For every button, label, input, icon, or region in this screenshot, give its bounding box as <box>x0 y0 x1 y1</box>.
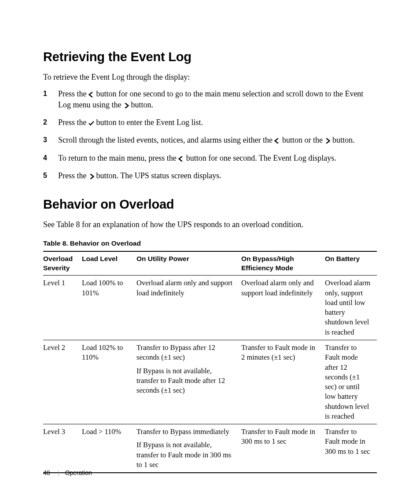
check-chevron-icon <box>88 121 94 126</box>
table-row: Level 3Load > 110%Transfer to Bypass imm… <box>43 424 377 473</box>
th-bypass: On Bypass/High Efficiency Mode <box>241 251 325 276</box>
page: Retrieving the Event Log To retrieve the… <box>0 0 420 504</box>
th-utility: On Utility Power <box>136 251 241 276</box>
step-item: 5Press the button. The UPS status screen… <box>43 170 377 181</box>
table-header-row: Overload Severity Load Level On Utility … <box>43 251 377 276</box>
right-chevron-icon <box>324 138 330 143</box>
footer-chapter: Operation <box>65 469 92 476</box>
cell-paragraph: If Bypass is not available, transfer to … <box>136 366 235 396</box>
section1-intro: To retrieve the Event Log through the di… <box>43 72 377 82</box>
cell-paragraph: Transfer to Bypass immediately <box>136 427 235 437</box>
step-text: Press the button. The UPS status screen … <box>58 170 377 181</box>
step-item: 1Press the button for one second to go t… <box>43 88 377 110</box>
overload-table: Overload Severity Load Level On Utility … <box>43 251 377 474</box>
cell-severity: Level 3 <box>43 424 82 473</box>
th-severity: Overload Severity <box>43 251 82 276</box>
step-number: 3 <box>43 135 58 145</box>
step-text: Press the button to enter the Event Log … <box>58 117 377 128</box>
section2-intro: See Table 8 for an explanation of how th… <box>43 219 377 230</box>
cell-utility: Transfer to Bypass immediatelyIf Bypass … <box>136 424 241 473</box>
cell-severity: Level 1 <box>43 276 82 340</box>
left-chevron-icon <box>274 138 280 143</box>
page-footer: 48 | Operation <box>43 469 92 478</box>
table-row: Level 2Load 102% to 110%Transfer to Bypa… <box>43 340 377 424</box>
page-number: 48 <box>43 469 50 476</box>
table-row: Level 1Load 100% to 101%Overload alarm o… <box>43 276 377 340</box>
cell-paragraph: If Bypass is not available, transfer to … <box>136 440 235 470</box>
step-number: 5 <box>43 170 58 180</box>
footer-separator: | <box>58 470 59 476</box>
step-number: 4 <box>43 153 58 163</box>
cell-battery: Transfer to Fault mode in 300 ms to 1 se… <box>325 424 377 473</box>
cell-utility: Overload alarm only and support load ind… <box>136 276 241 340</box>
cell-bypass: Transfer to Fault mode in 300 ms to 1 se… <box>241 424 325 473</box>
step-item: 2Press the button to enter the Event Log… <box>43 117 377 128</box>
left-chevron-icon <box>88 92 94 97</box>
step-number: 2 <box>43 117 58 127</box>
cell-paragraph: Transfer to Bypass after 12 seconds (±1 … <box>136 343 235 363</box>
cell-severity: Level 2 <box>43 340 82 424</box>
cell-battery: Overload alarm only, support load until … <box>325 276 377 340</box>
cell-utility: Transfer to Bypass after 12 seconds (±1 … <box>136 340 241 424</box>
th-load: Load Level <box>82 251 136 276</box>
cell-load: Load 100% to 101% <box>82 276 136 340</box>
section-heading-retrieving: Retrieving the Event Log <box>43 48 377 66</box>
cell-bypass: Transfer to Fault mode in 2 minutes (±1 … <box>241 340 325 424</box>
th-battery: On Battery <box>325 251 377 276</box>
step-text: Press the button for one second to go to… <box>58 88 377 110</box>
step-item: 4To return to the main menu, press the b… <box>43 153 377 163</box>
step-number: 1 <box>43 88 58 99</box>
cell-load: Load 102% to 110% <box>82 340 136 424</box>
step-text: Scroll through the listed events, notice… <box>58 135 377 145</box>
right-chevron-icon <box>88 174 94 179</box>
left-chevron-icon <box>178 156 184 162</box>
table-caption: Table 8. Behavior on Overload <box>43 239 377 248</box>
cell-bypass: Overload alarm only and support load ind… <box>241 276 325 340</box>
cell-load: Load > 110% <box>82 424 136 473</box>
section-heading-behavior: Behavior on Overload <box>43 196 377 213</box>
step-item: 3Scroll through the listed events, notic… <box>43 135 377 145</box>
right-chevron-icon <box>123 103 129 108</box>
cell-battery: Transfer to Fault mode after 12 seconds … <box>325 340 377 424</box>
cell-paragraph: Overload alarm only and support load ind… <box>136 278 235 298</box>
steps-list: 1Press the button for one second to go t… <box>43 88 377 181</box>
step-text: To return to the main menu, press the bu… <box>58 153 377 163</box>
